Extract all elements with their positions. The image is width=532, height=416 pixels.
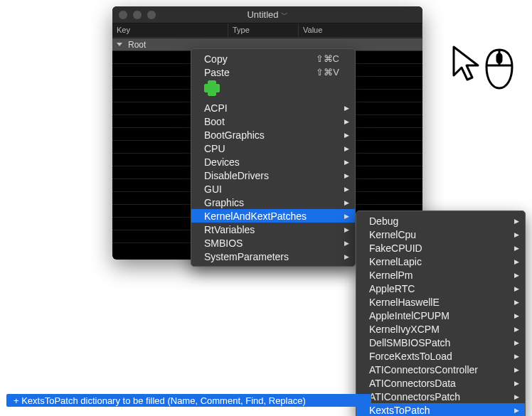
menu-label: Devices [204, 156, 240, 168]
menu-label: ATIConnectorsPatch [369, 391, 460, 402]
menu-label: Graphics [204, 197, 244, 208]
menu-item-bootgraphics[interactable]: BootGraphics [191, 128, 355, 142]
menu-label: ACPI [204, 102, 228, 114]
column-header-value[interactable]: Value [299, 23, 422, 37]
menu-label: CPU [204, 143, 225, 154]
submenu-item-kernelpm[interactable]: KernelPm [356, 268, 525, 282]
menu-item-gui[interactable]: GUI [191, 182, 355, 196]
menu-label: Debug [369, 215, 398, 227]
menu-item-kernelandkextpatches[interactable]: KernelAndKextPatches [191, 209, 355, 223]
menu-label: SMBIOS [204, 238, 243, 249]
column-headers: Key Type Value [112, 23, 422, 38]
submenu-item-aticonnectorsdata[interactable]: ATIConnectorsData [356, 376, 525, 390]
submenu-item-appleintelcpupm[interactable]: AppleIntelCPUPM [356, 309, 525, 322]
menu-label: Copy [204, 53, 228, 65]
menu-label: Boot [204, 116, 225, 127]
menu-shortcut: ⇧⌘V [316, 67, 339, 78]
clover-icon [204, 80, 220, 96]
submenu-item-kernelcpu[interactable]: KernelCpu [356, 228, 525, 241]
menu-item-rtvariables[interactable]: RtVariables [191, 223, 355, 236]
menu-shortcut: ⇧⌘C [316, 53, 339, 64]
menu-label: KernelCpu [369, 229, 416, 240]
submenu-item-kernelivyxcpm[interactable]: KernelIvyXCPM [356, 322, 525, 336]
column-header-key[interactable]: Key [112, 23, 228, 37]
submenu-item-aticonnectorspatch[interactable]: ATIConnectorsPatch [356, 390, 525, 403]
menu-item-copy[interactable]: Copy ⇧⌘C [191, 52, 355, 65]
menu-item-graphics[interactable]: Graphics [191, 196, 355, 209]
menu-label: KernelAndKextPatches [204, 210, 307, 222]
menu-item-disabledrivers[interactable]: DisableDrivers [191, 169, 355, 182]
menu-label: KernelPm [369, 270, 413, 281]
menu-item-boot[interactable]: Boot [191, 114, 355, 128]
status-bar: + KextsToPatch dictionary to be filled (… [6, 394, 371, 407]
menu-label: RtVariables [204, 224, 255, 235]
submenu-item-aticonnectorscontroller[interactable]: ATIConnectorsController [356, 363, 525, 376]
menu-label: KextsToPatch [369, 405, 430, 416]
context-menu: Copy ⇧⌘C Paste ⇧⌘V ACPI Boot BootGraphic… [191, 48, 356, 267]
submenu-item-kernelhaswelle[interactable]: KernelHaswellE [356, 295, 525, 309]
column-header-type[interactable]: Type [228, 23, 299, 37]
titlebar: Untitled﹀ [112, 6, 422, 23]
chevron-down-icon: ﹀ [281, 11, 288, 18]
menu-label: KernelIvyXCPM [369, 324, 440, 335]
menu-label: DisableDrivers [204, 170, 269, 181]
submenu-item-kextstopatch[interactable]: KextsToPatch [356, 403, 525, 416]
clover-row [191, 79, 355, 101]
menu-label: ATIConnectorsData [369, 378, 456, 389]
menu-label: GUI [204, 183, 222, 195]
menu-label: Paste [204, 67, 230, 78]
menu-label: KernelLapic [369, 256, 422, 267]
submenu-item-fakecpuid[interactable]: FakeCPUID [356, 241, 525, 255]
menu-label: FakeCPUID [369, 242, 422, 254]
submenu-item-dellsmbiospatch[interactable]: DellSMBIOSPatch [356, 336, 525, 349]
menu-item-paste[interactable]: Paste ⇧⌘V [191, 65, 355, 79]
menu-item-acpi[interactable]: ACPI [191, 101, 355, 114]
menu-item-systemparameters[interactable]: SystemParameters [191, 250, 355, 263]
submenu-item-applertc[interactable]: AppleRTC [356, 282, 525, 295]
menu-label: KernelHaswellE [369, 297, 440, 308]
menu-item-smbios[interactable]: SMBIOS [191, 236, 355, 250]
menu-label: ATIConnectorsController [369, 364, 478, 375]
menu-label: AppleIntelCPUPM [369, 310, 449, 321]
menu-label: AppleRTC [369, 283, 415, 294]
submenu-item-forcekextstoload[interactable]: ForceKextsToLoad [356, 349, 525, 363]
menu-label: DellSMBIOSPatch [369, 337, 450, 348]
status-text: + KextsToPatch dictionary to be filled (… [14, 395, 306, 406]
menu-label: BootGraphics [204, 129, 265, 141]
cursor-mouse-icon [449, 44, 518, 92]
menu-item-cpu[interactable]: CPU [191, 142, 355, 155]
submenu-item-debug[interactable]: Debug [356, 214, 525, 228]
submenu-item-kernellapic[interactable]: KernelLapic [356, 255, 525, 268]
menu-label: SystemParameters [204, 251, 289, 262]
menu-label: ForceKextsToLoad [369, 351, 452, 362]
menu-item-devices[interactable]: Devices [191, 155, 355, 169]
window-title: Untitled﹀ [112, 9, 422, 21]
svg-rect-2 [497, 54, 501, 63]
disclosure-triangle-icon[interactable] [117, 43, 122, 46]
context-submenu: Debug KernelCpu FakeCPUID KernelLapic Ke… [356, 210, 526, 416]
